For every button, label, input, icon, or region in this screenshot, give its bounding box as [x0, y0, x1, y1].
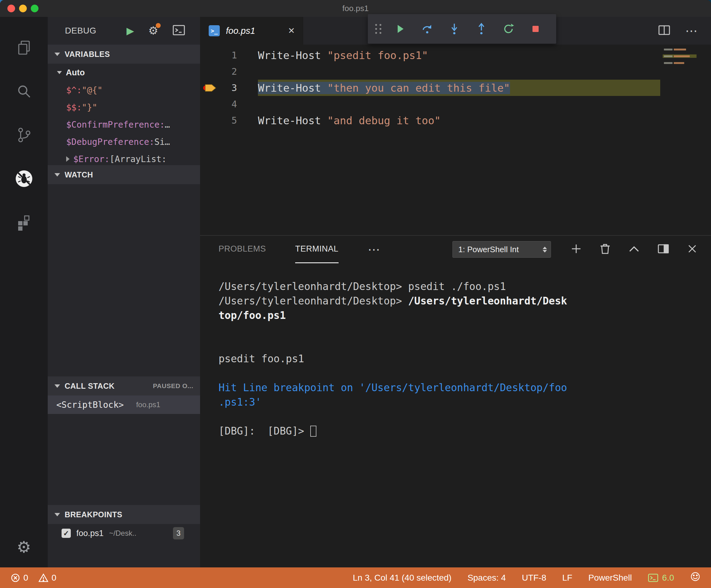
errors-status[interactable]: 0 [10, 573, 28, 583]
warning-count: 0 [52, 573, 57, 583]
debug-step-over-button[interactable] [414, 14, 441, 44]
configure-launch-icon[interactable]: ⚙ [148, 24, 158, 37]
debug-continue-button[interactable] [387, 14, 414, 44]
maximize-panel-icon[interactable] [628, 245, 640, 254]
breakpoints-section-label: BREAKPOINTS [65, 510, 122, 519]
terminal-cursor [310, 426, 317, 437]
settings-gear-icon[interactable]: ⚙ [0, 538, 48, 556]
kill-terminal-icon[interactable] [600, 243, 611, 256]
tab-label: foo.ps1 [226, 26, 255, 36]
line-number: 3 [219, 83, 237, 93]
terminal-line: /Users/tylerleonhardt/Desktop> psedit ./… [218, 279, 711, 294]
debug-stop-button[interactable] [522, 14, 549, 44]
eol-status[interactable]: LF [562, 573, 573, 583]
terminal[interactable]: /Users/tylerleonhardt/Desktop> psedit ./… [200, 263, 711, 567]
close-panel-icon[interactable] [687, 244, 697, 255]
debug-view-header: DEBUG ▶ ⚙ [48, 17, 200, 45]
line-number: 1 [219, 50, 237, 61]
frame-name: <ScriptBlock> [56, 400, 124, 410]
panel-more-actions-icon[interactable]: ⋯ [368, 246, 380, 252]
variables-list: $^: "@{"$$: "}"$ConfirmPreference: …$Deb… [48, 82, 200, 165]
status-bar: 0 0 Ln 3, Col 41 (40 selected) Spaces: 4… [0, 567, 711, 588]
toolbar-drag-handle[interactable] [375, 24, 382, 34]
collapse-icon [55, 52, 60, 56]
minimap[interactable] [660, 46, 711, 83]
terminal-line [218, 337, 711, 352]
code-line-5[interactable]: 5Write-Host "and debug it too" [200, 112, 711, 129]
new-terminal-icon[interactable] [570, 243, 582, 255]
terminal-line [218, 409, 711, 424]
cursor-position-status[interactable]: Ln 3, Col 41 (40 selected) [353, 573, 452, 583]
terminal-line: psedit foo.ps1 [218, 352, 711, 366]
watch-section-header[interactable]: WATCH [48, 165, 200, 184]
warning-icon [38, 573, 49, 583]
select-arrows-icon [543, 247, 547, 252]
call-stack-status: PAUSED O... [153, 382, 193, 390]
tab-terminal[interactable]: TERMINAL [295, 235, 339, 263]
variables-section-header[interactable]: VARIABLES [48, 45, 200, 64]
window-controls [7, 5, 39, 12]
terminal-line: .ps1:3' [218, 395, 711, 409]
debug-step-out-button[interactable] [468, 14, 495, 44]
zoom-window-button[interactable] [31, 5, 39, 12]
code-line-4[interactable]: 4 [200, 96, 711, 112]
terminal-line: Hit Line breakpoint on '/Users/tylerleon… [218, 380, 711, 395]
powershell-version-status[interactable]: 6.0 [648, 573, 674, 583]
variable-row[interactable]: $ConfirmPreference: … [48, 116, 200, 133]
variables-scope-auto[interactable]: Auto [48, 64, 200, 82]
variable-row[interactable]: $^: "@{" [48, 82, 200, 99]
warnings-status[interactable]: 0 [38, 573, 57, 583]
start-debugging-icon[interactable]: ▶ [127, 25, 134, 37]
code-line-3[interactable]: 3Write-Host "then you can edit this file… [200, 80, 711, 96]
language-mode-status[interactable]: PowerShell [588, 573, 632, 583]
code-editor[interactable]: 1Write-Host "psedit foo.ps1"23Write-Host… [200, 45, 711, 235]
code-line-2[interactable]: 2 [200, 63, 711, 80]
debug-icon[interactable] [8, 162, 39, 195]
close-tab-icon[interactable]: ✕ [288, 26, 295, 36]
close-window-button[interactable] [7, 5, 15, 12]
explorer-icon[interactable] [8, 31, 39, 64]
minimize-window-button[interactable] [19, 5, 27, 12]
encoding-status[interactable]: UTF-8 [522, 573, 546, 583]
breakpoint-line-badge: 3 [173, 527, 184, 539]
breakpoint-checkbox[interactable]: ✓ [62, 529, 71, 538]
feedback-smiley-icon[interactable] [690, 571, 701, 584]
variable-name: $Error: [73, 154, 110, 164]
call-stack-section-label: CALL STACK [65, 382, 114, 390]
split-editor-icon[interactable] [658, 25, 670, 37]
breakpoint-hit-icon[interactable] [200, 83, 219, 93]
tab-foo-ps1[interactable]: >_ foo.ps1 ✕ [200, 17, 303, 45]
code-line-1[interactable]: 1Write-Host "psedit foo.ps1" [200, 47, 711, 63]
breakpoint-item[interactable]: ✓ foo.ps1 ~/Desk.. 3 [48, 524, 200, 542]
variable-name: $$: [66, 103, 82, 113]
debug-restart-button[interactable] [495, 14, 522, 44]
variable-name: $^: [66, 85, 82, 95]
scope-label: Auto [66, 68, 85, 77]
terminal-select[interactable]: 1: PowerShell Int [452, 241, 551, 258]
tab-problems[interactable]: PROBLEMS [218, 235, 266, 263]
variable-row[interactable]: $$: "}" [48, 99, 200, 116]
search-icon[interactable] [8, 75, 39, 108]
debug-console-icon[interactable] [172, 25, 185, 37]
collapse-icon [55, 513, 60, 516]
variable-row[interactable]: $Error: [ArrayList: [48, 150, 200, 165]
terminal-line [218, 366, 711, 380]
debug-toolbar [368, 14, 556, 44]
breakpoints-section-header[interactable]: BREAKPOINTS [48, 505, 200, 524]
call-stack-section-header[interactable]: CALL STACK PAUSED O... [48, 377, 200, 395]
code-text: Write-Host "and debug it too" [258, 114, 441, 127]
code-lines: 1Write-Host "psedit foo.ps1"23Write-Host… [200, 47, 711, 129]
debug-step-into-button[interactable] [441, 14, 468, 44]
extensions-icon[interactable] [8, 206, 39, 239]
variable-row[interactable]: $DebugPreference: Si… [48, 133, 200, 150]
source-control-icon[interactable] [8, 118, 39, 152]
indentation-status[interactable]: Spaces: 4 [468, 573, 506, 583]
collapse-icon [55, 384, 60, 388]
editor-more-actions-icon[interactable]: ⋯ [685, 28, 697, 34]
bottom-panel: PROBLEMS TERMINAL ⋯ 1: PowerShell Int [200, 235, 711, 567]
powershell-version: 6.0 [662, 573, 674, 583]
variables-panel: Auto $^: "@{"$$: "}"$ConfirmPreference: … [48, 64, 200, 165]
terminal-line [218, 323, 711, 337]
call-stack-frame[interactable]: <ScriptBlock> foo.ps1 [48, 395, 200, 414]
split-panel-icon[interactable] [658, 244, 669, 255]
